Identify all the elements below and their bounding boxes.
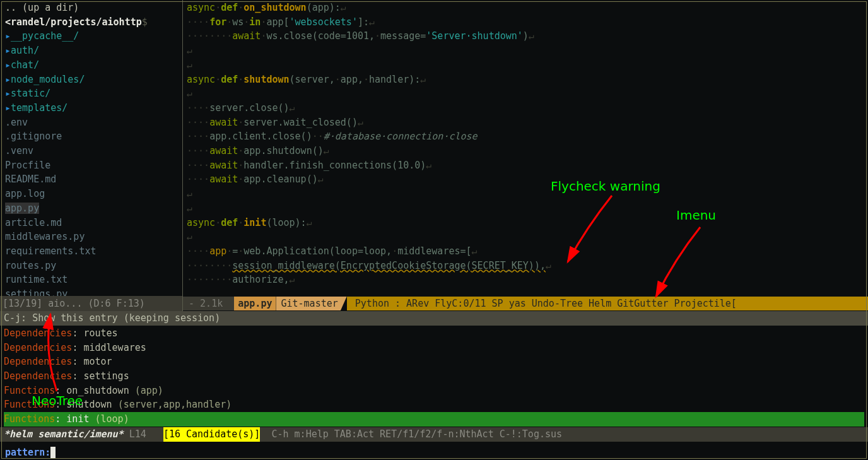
helm-candidate[interactable]: Functions: shutdown (server,app,handler) xyxy=(4,398,864,412)
editor-modeline: - 2.1k app.py Git-master Python : ARev F… xyxy=(183,296,868,311)
neotree-file[interactable]: app.log xyxy=(5,187,182,201)
helm-candidates: Dependencies: routesDependencies: middle… xyxy=(0,326,868,427)
code-line[interactable]: ····server.close()↵ xyxy=(187,101,868,115)
minibuffer[interactable]: pattern: xyxy=(0,445,868,460)
helm-header: C-j: Show this entry (keeping session) xyxy=(0,311,868,326)
neotree-dir[interactable]: ▸auth/ xyxy=(5,44,182,58)
code-line[interactable]: ····await·app.shutdown()↵ xyxy=(187,144,868,158)
code-line[interactable]: async·def·shutdown(server,·app,·handler)… xyxy=(187,73,868,87)
code-line[interactable]: ↵ xyxy=(187,44,868,58)
code-line[interactable]: ↵ xyxy=(187,58,868,73)
neotree-dirs: ▸__pycache__/▸auth/▸chat/▸node_modules/▸… xyxy=(5,29,182,115)
code-line[interactable]: ····await·handler.finish_connections(10.… xyxy=(187,158,868,173)
code-line[interactable]: ↵ xyxy=(187,201,868,216)
neotree-dir[interactable]: ▸chat/ xyxy=(5,58,182,73)
code-line[interactable]: ↵ xyxy=(187,86,868,101)
neotree-file[interactable]: app.py xyxy=(5,201,182,216)
neotree-file[interactable]: runtime.txt xyxy=(5,273,182,287)
helm-candidate[interactable]: Functions: on_shutdown (app) xyxy=(4,384,864,398)
neotree-file[interactable]: requirements.txt xyxy=(5,244,182,259)
neotree-file[interactable]: middlewares.py xyxy=(5,230,182,244)
helm-candidate[interactable]: Dependencies: routes xyxy=(4,326,864,341)
neotree-file[interactable]: .gitignore xyxy=(5,129,182,144)
code-line[interactable]: async·def·init(loop):↵ xyxy=(187,216,868,230)
helm-modeline: *helm semantic/imenu* L14 [16 Candidate(… xyxy=(0,427,868,442)
neotree-path: <randel/projects/aiohttp$ xyxy=(5,15,182,30)
code-line[interactable]: ····app·=·web.Application(loop=loop,·mid… xyxy=(187,244,868,259)
neotree-file[interactable]: README.md xyxy=(5,172,182,187)
neotree-pane[interactable]: .. (up a dir) <randel/projects/aiohttp$ … xyxy=(0,0,183,311)
code-line[interactable]: ········session_middleware(EncryptedCook… xyxy=(187,259,868,273)
code-line[interactable]: ····for·ws·in·app['websockets']:↵ xyxy=(187,15,868,30)
code-line[interactable]: ········await·ws.close(code=1001,·messag… xyxy=(187,29,868,44)
neotree-dir[interactable]: ▸static/ xyxy=(5,86,182,101)
helm-candidate[interactable]: Dependencies: middlewares xyxy=(4,341,864,355)
code-line[interactable]: ↵ xyxy=(187,187,868,201)
code-line[interactable]: ········authorize,↵ xyxy=(187,273,868,287)
neotree-dir[interactable]: ▸templates/ xyxy=(5,101,182,115)
neotree-file[interactable]: .venv xyxy=(5,144,182,158)
code-area: async·def·on_shutdown(app):↵····for·ws·i… xyxy=(183,0,868,287)
neotree-dir[interactable]: ▸__pycache__/ xyxy=(5,29,182,44)
helm-candidate[interactable]: Dependencies: motor xyxy=(4,355,864,369)
modeline-file: app.py xyxy=(234,297,276,311)
neotree-file[interactable]: .env xyxy=(5,115,182,130)
code-line[interactable]: async·def·on_shutdown(app):↵ xyxy=(187,1,868,15)
editor-pane[interactable]: async·def·on_shutdown(app):↵····for·ws·i… xyxy=(183,0,868,311)
neotree-file[interactable]: routes.py xyxy=(5,259,182,273)
neotree-up-dir[interactable]: .. (up a dir) xyxy=(5,1,182,15)
helm-candidate-selected[interactable]: Functions: init (loop) xyxy=(4,412,864,427)
neotree-file[interactable]: article.md xyxy=(5,216,182,230)
neotree-modeline: [13/19] aio... (D:6 F:13) xyxy=(0,296,182,311)
helm-pane[interactable]: C-j: Show this entry (keeping session) D… xyxy=(0,311,868,445)
neotree-dir[interactable]: ▸node_modules/ xyxy=(5,73,182,87)
code-line[interactable]: ····await·server.wait_closed()↵ xyxy=(187,115,868,130)
neotree-file[interactable]: Procfile xyxy=(5,158,182,173)
cursor-icon xyxy=(50,447,56,458)
neotree-files: .env.gitignore.venvProcfileREADME.mdapp.… xyxy=(5,115,182,302)
modeline-git: Git-master xyxy=(276,297,346,311)
pattern-label: pattern: xyxy=(5,445,50,460)
code-line[interactable]: ↵ xyxy=(187,230,868,244)
code-line[interactable]: ····app.client.close()··#·database·conne… xyxy=(187,129,868,144)
code-line[interactable]: ····await·app.cleanup()↵ xyxy=(187,172,868,187)
helm-candidate[interactable]: Dependencies: settings xyxy=(4,369,864,384)
